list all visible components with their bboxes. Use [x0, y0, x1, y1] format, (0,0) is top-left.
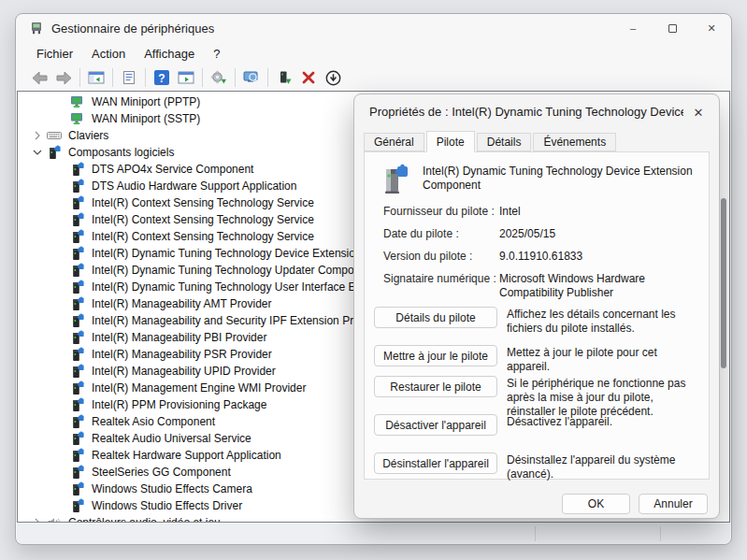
tree-item-label: Realtek Hardware Support Application	[92, 449, 281, 462]
tree-item-label: Composants logiciels	[68, 146, 174, 159]
software-icon	[70, 448, 86, 463]
action-row: Désactiver l'appareilDésactivez l'appare…	[374, 414, 701, 436]
console-tree-button[interactable]	[84, 66, 108, 89]
scan-hardware-button[interactable]	[207, 66, 231, 89]
toolbar-separator	[202, 68, 203, 87]
software-icon	[70, 229, 86, 244]
tree-item-label: WAN Miniport (PPTP)	[92, 95, 200, 108]
tree-item-label: Realtek Asio Component	[92, 415, 215, 428]
tab-général[interactable]: Général	[364, 133, 424, 151]
tab-détails[interactable]: Détails	[477, 133, 532, 151]
field-label: Signataire numérique :	[383, 272, 499, 285]
action-row: Restaurer le piloteSi le périphérique ne…	[374, 376, 701, 419]
détails-du-pilote-button[interactable]: Détails du pilote	[374, 307, 497, 328]
properties-dialog: Propriétés de : Intel(R) Dynamic Tuning …	[353, 93, 720, 519]
software-icon	[70, 212, 86, 227]
back-button[interactable]	[27, 66, 51, 89]
menu-item-fichier[interactable]: Fichier	[27, 44, 82, 64]
update-driver-button[interactable]	[272, 66, 296, 89]
uninstall-device-button[interactable]	[296, 66, 321, 89]
chevron-right-icon[interactable]	[32, 129, 47, 142]
action-row: Détails du piloteAffichez les détails co…	[374, 307, 701, 336]
toolbar-separator	[79, 68, 80, 87]
tree-item-label: Intel(R) Manageability PSR Provider	[92, 348, 272, 361]
action-row: Mettre à jour le piloteMettez à jour le …	[374, 345, 701, 374]
device-header: Intel(R) Dynamic Tuning Technology Devic…	[378, 163, 705, 196]
action-description: Désinstallez l'appareil du système (avan…	[507, 452, 699, 481]
chevron-down-icon[interactable]	[32, 146, 47, 159]
dialog-title: Propriétés de : Intel(R) Dynamic Tuning …	[369, 105, 683, 119]
restaurer-le-pilote-button[interactable]: Restaurer le pilote	[374, 376, 497, 397]
software-icon	[70, 465, 86, 480]
field-label: Version du pilote :	[383, 250, 499, 263]
action-description: Si le périphérique ne fonctionne pas apr…	[507, 376, 699, 419]
action-row: Désinstaller l'appareilDésinstallez l'ap…	[374, 452, 701, 481]
statusbar	[17, 524, 730, 544]
titlebar: Gestionnaire de périphériques – ✕	[16, 14, 731, 42]
close-button[interactable]: ✕	[692, 14, 731, 42]
audio-icon	[47, 515, 63, 523]
tree-scrollbar-thumb[interactable]	[721, 198, 726, 368]
window-title: Gestionnaire de périphériques	[51, 22, 214, 36]
forward-button[interactable]	[51, 66, 76, 89]
menubar: FichierActionAffichage?	[16, 42, 731, 65]
disable-device-button[interactable]	[321, 66, 345, 89]
software-icon	[70, 498, 86, 513]
software-icon	[70, 481, 86, 496]
field-value: 2025/05/15	[499, 227, 701, 241]
ok-button[interactable]: OK	[562, 494, 630, 514]
tree-item-label: Intel(R) Manageability AMT Provider	[92, 297, 272, 310]
statusbar-divider	[535, 526, 536, 541]
software-icon	[70, 431, 86, 446]
menu-item-[interactable]: ?	[204, 44, 229, 64]
software-icon	[70, 313, 86, 328]
mettre-à-jour-le-pilote-button[interactable]: Mettre à jour le pilote	[374, 345, 497, 366]
device-manager-app-icon	[29, 21, 44, 36]
tree-item-label: Intel(R) PPM Provisioning Package	[92, 398, 266, 411]
field-row: Date du pilote :2025/05/15	[383, 227, 701, 250]
tree-item-label: Claviers	[68, 129, 108, 142]
field-label: Date du pilote :	[383, 227, 499, 240]
tree-item-label: SteelSeries GG Component	[92, 466, 231, 479]
tab-pilote[interactable]: Pilote	[426, 131, 475, 152]
remote-support-button[interactable]	[239, 66, 264, 89]
action-pane-button[interactable]	[174, 66, 198, 89]
désinstaller-l-appareil-button[interactable]: Désinstaller l'appareil	[374, 452, 497, 474]
chevron-right-icon[interactable]	[32, 516, 47, 523]
cancel-button[interactable]: Annuler	[639, 494, 708, 514]
software-icon	[70, 347, 86, 362]
help-button[interactable]: ?	[150, 66, 174, 89]
field-value: Intel	[499, 205, 701, 219]
tree-item-label: DTS APO4x Service Component	[92, 163, 253, 176]
toolbar-separator	[145, 68, 146, 87]
maximize-button[interactable]	[653, 14, 692, 42]
tree-item-label: Realtek Audio Universal Service	[92, 432, 251, 445]
tree-item-label: Intel(R) Dynamic Tuning Technology Devic…	[92, 247, 362, 260]
toolbar-separator	[267, 68, 268, 87]
menu-item-affichage[interactable]: Affichage	[135, 44, 204, 64]
software-icon	[70, 397, 86, 412]
action-description: Mettez à jour le pilote pour cet apparei…	[507, 345, 699, 374]
field-value: 9.0.11910.61833	[499, 250, 701, 264]
tree-item-label: Intel(R) Manageability and Security IPF …	[92, 314, 366, 327]
software-icon	[70, 280, 86, 294]
tree-item-label: Intel(R) Context Sensing Technology Serv…	[92, 230, 314, 243]
software-icon	[70, 414, 86, 429]
software-icon	[70, 330, 86, 345]
software-icon	[70, 179, 86, 194]
menu-item-action[interactable]: Action	[82, 44, 135, 64]
device-name: Intel(R) Dynamic Tuning Technology Devic…	[423, 163, 705, 196]
keyboard-icon	[47, 128, 63, 143]
minimize-button[interactable]: –	[613, 14, 653, 42]
tab-événements[interactable]: Événements	[533, 133, 616, 151]
properties-button[interactable]	[117, 66, 141, 89]
tree-item-label: Intel(R) Management Engine WMI Provider	[92, 381, 306, 395]
software-icon	[70, 263, 86, 278]
field-value: Microsoft Windows Hardware Compatibility…	[499, 272, 701, 300]
tree-item-label: Intel(R) Dynamic Tuning Technology User …	[92, 280, 362, 294]
dialog-close-icon[interactable]: ✕	[687, 101, 710, 123]
désactiver-l-appareil-button[interactable]: Désactiver l'appareil	[374, 414, 497, 436]
dialog-titlebar: Propriétés de : Intel(R) Dynamic Tuning …	[354, 94, 719, 130]
driver-tab-page: Intel(R) Dynamic Tuning Technology Devic…	[364, 151, 710, 480]
toolbar: ?	[16, 65, 731, 91]
